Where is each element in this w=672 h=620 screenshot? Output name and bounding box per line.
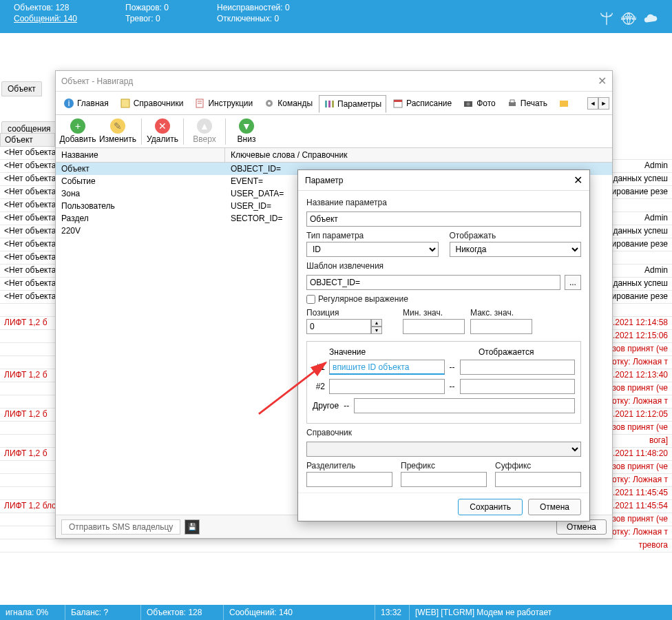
regex-label: Регулярное выражение — [318, 294, 408, 304]
status-bar: игнала: 0% Баланс: ? Объектов: 128 Сообщ… — [0, 605, 672, 620]
book-icon — [120, 98, 131, 109]
svg-rect-18 — [510, 100, 514, 103]
suffix-input[interactable] — [495, 472, 581, 487]
stat-objects: Объектов: 128 — [14, 3, 77, 12]
status-balance: Баланс: ? — [65, 605, 141, 620]
parameter-dialog: Параметр ✕ Название параметра Тип параме… — [297, 169, 590, 521]
save-button[interactable]: Сохранить — [458, 499, 523, 515]
tab-sched[interactable]: Расписание — [388, 94, 456, 112]
spin-up[interactable]: ▲ — [371, 319, 382, 327]
tab-main[interactable]: iГлавная — [59, 94, 114, 112]
bg-info: ы данных успеш — [605, 226, 668, 237]
dialog-titlebar[interactable]: Параметр ✕ — [298, 170, 589, 191]
doc-icon — [194, 98, 205, 109]
top-status-bar: Объектов: 128 Сообщений: 140 Пожаров: 0 … — [0, 0, 672, 33]
cell-name: Пользователь — [56, 201, 225, 211]
bg-row: <Нет объекта> — [4, 200, 61, 211]
tabs-scroll-left[interactable]: ◄ — [587, 97, 598, 110]
template-browse-button[interactable]: ... — [565, 275, 581, 290]
display-other-input[interactable] — [354, 398, 575, 413]
col-kw[interactable]: Ключевые слова / Справочник — [225, 148, 612, 162]
tab-label: Команды — [277, 99, 313, 108]
status-objects: Объектов: 128 — [141, 605, 224, 620]
separator — [183, 118, 184, 145]
prefix-label: Префикс — [401, 461, 487, 471]
prefix-input[interactable] — [401, 472, 487, 487]
param-name-label: Название параметра — [306, 198, 581, 207]
ref-label: Справочник — [306, 428, 581, 437]
cell-name: Объект — [56, 164, 225, 174]
template-label: Шаблон извлечения — [306, 261, 581, 271]
tab-params[interactable]: Параметры — [319, 95, 386, 113]
tab-refs[interactable]: Справочники — [115, 94, 189, 112]
template-input[interactable] — [306, 275, 560, 290]
min-input[interactable] — [403, 319, 465, 334]
arrow-down-icon: ▼ — [239, 118, 254, 134]
cancel-button[interactable]: Отмена — [528, 499, 581, 515]
status-messages: Сообщений: 140 — [224, 605, 375, 620]
regex-checkbox[interactable] — [306, 295, 315, 304]
position-input[interactable] — [306, 319, 371, 334]
max-input[interactable] — [470, 319, 532, 334]
close-icon[interactable]: ✕ — [598, 74, 607, 87]
gear-icon — [264, 98, 275, 109]
svg-text:www: www — [621, 13, 636, 21]
window-tabs: iГлавная Справочники Инструкции Команды … — [56, 92, 612, 115]
param-type-select[interactable]: ID — [306, 242, 439, 257]
bg-info: ы данных успеш — [605, 174, 668, 185]
separator-input[interactable] — [306, 472, 392, 487]
window-titlebar[interactable]: Объект - Навигард ✕ — [56, 71, 612, 92]
add-button[interactable]: +Добавить — [59, 116, 97, 147]
col-name[interactable]: Название — [56, 148, 225, 162]
stat-faults: Неисправностей: 0 — [217, 3, 290, 12]
tab-instr[interactable]: Инструкции — [189, 94, 258, 112]
spin-down[interactable]: ▼ — [371, 327, 382, 334]
bg-info: мирование резе — [606, 291, 668, 302]
cell-name: Раздел — [56, 214, 225, 223]
tab-label: Главная — [77, 99, 109, 108]
stat-messages-link[interactable]: Сообщений: 140 — [14, 14, 77, 23]
bg-row: <Нет объекта> — [4, 239, 61, 250]
separator-label: Разделитель — [306, 461, 392, 471]
bg-info: ызов принят (че — [607, 422, 668, 433]
tabs-scroll-right[interactable]: ► — [598, 97, 609, 110]
svg-point-16 — [467, 102, 470, 105]
value-1-input[interactable] — [329, 360, 445, 375]
display-1-input[interactable] — [460, 360, 576, 375]
param-name-input[interactable] — [306, 211, 581, 227]
up-button[interactable]: ▲Вверх — [188, 116, 221, 147]
tab-photo[interactable]: Фото — [458, 94, 501, 112]
dash: -- — [449, 362, 456, 372]
tab-more[interactable] — [554, 94, 574, 112]
svg-text:i: i — [68, 99, 70, 108]
stat-alarms: Тревог: 0 — [125, 14, 169, 23]
tab-print[interactable]: Печать — [502, 94, 552, 112]
ref-select[interactable] — [306, 442, 581, 457]
svg-rect-10 — [325, 101, 327, 107]
send-sms-button[interactable]: Отправить SMS владельцу — [61, 519, 180, 535]
bg-info: ботку: Ложная т — [607, 396, 668, 407]
bg-tab-object[interactable]: Объект — [1, 81, 42, 96]
display-2-input[interactable] — [460, 379, 576, 394]
edit-button[interactable]: ✎Изменить — [98, 116, 137, 147]
bg-info: тревога — [638, 540, 668, 551]
bg-admin: Admin — [644, 161, 668, 172]
bg-info: ызов принят (че — [607, 462, 668, 473]
tab-label: Справочники — [134, 99, 184, 108]
floppy-icon-button[interactable]: 💾 — [185, 519, 200, 535]
status-modem: [WEB] [TLGRM] Модем не работает — [410, 605, 672, 620]
tab-cmds[interactable]: Команды — [259, 94, 317, 112]
cell-name: Событие — [56, 176, 225, 186]
tab-label: Параметры — [337, 99, 381, 109]
delete-button[interactable]: ✕Удалить — [146, 116, 179, 147]
close-icon[interactable]: ✕ — [574, 174, 582, 187]
param-show-select[interactable]: Никогда — [450, 242, 582, 257]
bg-info: ызов принят (че — [607, 344, 668, 355]
dash: -- — [343, 401, 350, 411]
position-label: Позиция — [306, 308, 382, 318]
bg-row: <Нет объекта> — [4, 265, 61, 276]
stat-fires: Пожаров: 0 — [125, 3, 169, 12]
down-button[interactable]: ▼Вниз — [230, 116, 263, 147]
bg-admin: Admin — [644, 265, 668, 276]
value-2-input[interactable] — [329, 379, 445, 394]
